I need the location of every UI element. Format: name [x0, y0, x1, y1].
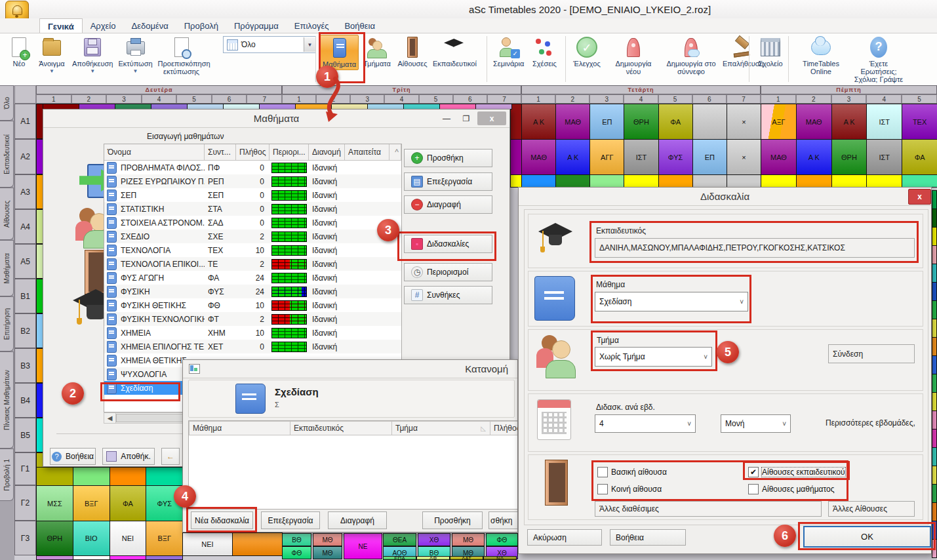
side-tab-επιτήρηση[interactable]: Επιτήρηση	[0, 296, 14, 351]
g3-cell-ΒΙΟ[interactable]: ΒΙΟ	[73, 521, 110, 556]
subjects-button-διδασκαλίες[interactable]: ▪Διδασκαλίες	[404, 235, 492, 253]
g3-cell-ΘΡΗ[interactable]: ΘΡΗ	[36, 521, 73, 556]
row-label-A1[interactable]: A1	[14, 104, 36, 139]
distribution-button-διαγραφή[interactable]: Διαγραφή	[328, 511, 387, 529]
teachings-column-2[interactable]: Εκπαιδευτικός	[290, 422, 392, 435]
row-label-B5[interactable]: B5	[14, 418, 36, 452]
a1-wed-cell-×[interactable]: ×	[727, 104, 761, 140]
a1-wed-cell-ΦΑ[interactable]: ΦΑ	[658, 104, 693, 140]
ribbon-button--λεγχος[interactable]: ✓Έλεγχος	[570, 35, 604, 69]
a1-wed-cell-ΕΠ[interactable]: ΕΠ	[589, 104, 624, 140]
subjects-bottom-button-Αποθήκ.[interactable]: Αποθήκ.	[102, 448, 155, 465]
checkbox-αίθουσες-μαθήματος[interactable]: Αίθουσες μαθήματος	[748, 483, 835, 495]
subjects-bottom-button-back[interactable]: ←	[161, 448, 180, 465]
subject-row[interactable]: ΦΥΣ ΑΓΩΓΗΦΑ24Ιδανική	[104, 271, 401, 285]
ribbon-button-εκπαιδευτικοί[interactable]: Εκπαιδευτικοί	[431, 35, 479, 69]
g2-cell-ΜΣΣ[interactable]: ΜΣΣ	[36, 485, 73, 521]
subjects-button-διαγραφή[interactable]: −Διαγραφή	[404, 195, 492, 214]
subject-row[interactable]: ΦΥΣΙΚΗ ΘΕΤΙΚΗΣΦΘ10Ιδανική	[104, 298, 401, 312]
ribbon-button--νοιγμα[interactable]: Άνοιγμα▼	[35, 35, 69, 75]
menu-tab-Βοήθεια[interactable]: Βοήθεια	[336, 18, 383, 33]
bottom-strip-cell-ΦΘ[interactable]: ΦΘ	[486, 533, 518, 546]
ok-button[interactable]: OK	[803, 526, 931, 548]
subjects-button-επεξεργασία[interactable]: ▤Επεξεργασία	[404, 172, 492, 191]
subject-row[interactable]: ΣΤΑΤΙΣΤΙΚΗΣΤΑ0Ιδανική	[104, 202, 401, 216]
column-header-1[interactable]: Όνομα	[104, 144, 205, 160]
scroll-up-icon[interactable]: ^	[389, 144, 401, 160]
ribbon-button-σεμιν-ρια[interactable]: Σεμινάρια	[491, 35, 526, 69]
side-tab-προβολή-1[interactable]: Προβολή 1	[0, 449, 14, 501]
scroll-left-icon[interactable]: ◀	[104, 413, 116, 423]
per-week-select[interactable]: 4˅	[595, 414, 696, 433]
a2-wed-cell-ΑΓΓ[interactable]: ΑΓΓ	[589, 139, 624, 175]
column-header-2[interactable]: Συντ...	[205, 144, 236, 160]
teacher-field[interactable]: ΔΑΝΙΗΛ,ΜΑΣΩΝΟΥ,ΜΠΑΛΑΦΙΔΗΣ,ΠΕΤΡΟΥ,ΓΚΟΓΚΟΣ…	[595, 238, 915, 258]
a1-wed-cell-ΘΡΗ[interactable]: ΘΡΗ	[624, 104, 658, 140]
ribbon-button-timetables-online[interactable]: TimeTables Online	[793, 35, 849, 77]
teachings-table-header[interactable]: ΜάθημαΕκπαιδευτικόςΤμήμα◺Πλήθος	[189, 421, 518, 435]
cancel-button[interactable]: Ακύρωση	[527, 529, 602, 546]
a1-thu-cell-ΙΣΤ[interactable]: ΙΣΤ	[866, 104, 902, 140]
a2-thu-cell-ΘΡΗ[interactable]: ΘΡΗ	[831, 139, 867, 175]
subjects-button-περιορισμοί[interactable]: ◷Περιορισμοί	[404, 263, 492, 281]
bottom-strip-cell-ΧΘ[interactable]: ΧΘ	[418, 533, 450, 546]
a1-thu-cell-ΑΞΓ[interactable]: ΑΞΓ	[761, 104, 797, 140]
subject-row[interactable]: ΧΗΜΕΙΑ ΕΠΙΛΟΓΗΣ ΤΕ...ΧΕΤ0Ιδανική	[104, 340, 401, 353]
a2-wed-cell-ΜΑΘ[interactable]: ΜΑΘ	[521, 139, 556, 175]
add-button-partial[interactable]: σθήκη	[488, 511, 518, 529]
ribbon-button-σχέσεις[interactable]: Σχέσεις	[527, 35, 561, 69]
subject-select[interactable]: Σχεδίαση˅	[595, 292, 748, 311]
checkbox-box-icon[interactable]	[597, 467, 608, 477]
week-type-select[interactable]: Μονή˅	[721, 414, 791, 433]
bottom-strip-cell-ΝΕ[interactable]: ΝΕ	[344, 533, 382, 559]
menu-tab-Προβολή[interactable]: Προβολή	[176, 18, 226, 33]
bottom-strip-cell-ΜΘ[interactable]: ΜΘ	[313, 546, 342, 559]
checkbox-box-icon[interactable]: ✔	[748, 467, 759, 477]
ribbon-button-τμήματα[interactable]: Τμήματα	[360, 35, 394, 69]
dropdown-arrow-icon[interactable]: ▼	[49, 68, 54, 74]
menu-tab-Πρόγραμμα[interactable]: Πρόγραμμα	[226, 18, 287, 33]
column-header-6[interactable]: Απαιτείτα	[345, 144, 389, 160]
ribbon-button-αίθουσες[interactable]: Αίθουσες	[395, 35, 429, 69]
a1-wed-cell[interactable]	[692, 104, 727, 140]
row-label-B4[interactable]: B4	[14, 383, 36, 418]
maximize-button[interactable]: ❐	[458, 111, 475, 125]
other-available-field[interactable]: Άλλες διαθέσιμες	[595, 501, 822, 517]
distribution-dialog-titlebar[interactable]: Κατανομή	[183, 360, 517, 378]
close-icon[interactable]: x	[908, 189, 931, 205]
subject-row[interactable]: ΤΕΧΝΟΛΟΓΙΑΤΕΧ10Ιδανική	[104, 243, 401, 257]
scrollbar-thumb[interactable]	[116, 414, 189, 422]
side-tab-μαθήματα[interactable]: Μαθήματα	[0, 240, 14, 296]
minimize-button[interactable]: —	[438, 111, 455, 125]
checkbox-κοινή-αίθουσα[interactable]: Κοινή αίθουσα	[597, 483, 662, 495]
distribution-button-επεξεργασία[interactable]: Επεξεργασία	[261, 511, 320, 529]
g3x-cell[interactable]	[232, 532, 283, 556]
bottom-strip-cell-ΜΘ[interactable]: ΜΘ	[452, 533, 485, 546]
menu-tab-Αρχείο[interactable]: Αρχείο	[83, 18, 124, 33]
column-header-5[interactable]: Διανομή	[309, 144, 345, 160]
a2-thu-cell-ΦΑ[interactable]: ΦΑ	[902, 139, 937, 175]
close-button[interactable]: x	[477, 111, 506, 125]
ribbon-button-σχολείο[interactable]: Σχολείο	[753, 35, 787, 69]
a2-wed-cell-ΙΣΤ[interactable]: ΙΣΤ	[624, 139, 658, 175]
subjects-table-header[interactable]: ΌνομαΣυντ...ΠλήθοςΠεριορι...ΔιανομήΑπαιτ…	[104, 144, 401, 161]
more-weeks-label[interactable]: Περισσότερες εβδομάδες,	[826, 418, 915, 428]
other-rooms-button[interactable]: Άλλες Αίθουσες	[828, 501, 915, 517]
a2-wed-cell-Α Κ[interactable]: Α Κ	[555, 139, 590, 175]
row-label-Γ2[interactable]: Γ2	[14, 485, 36, 521]
teachings-column-1[interactable]: Μάθημα	[189, 422, 290, 435]
a2-wed-cell-ΕΠ[interactable]: ΕΠ	[692, 139, 727, 175]
column-header-4[interactable]: Περιορι...	[269, 144, 309, 160]
dropdown-arrow-icon[interactable]: ▼	[90, 68, 95, 74]
ribbon-button-μαθήματα[interactable]: Μαθήματα	[320, 35, 359, 70]
ribbon-button-αποθήκευση[interactable]: Αποθήκευση▼	[70, 35, 115, 75]
row-label-A3[interactable]: A3	[14, 174, 36, 209]
row-label-B2[interactable]: B2	[14, 313, 36, 348]
subjects-button-προσθήκη[interactable]: +Προσθήκη	[404, 149, 492, 167]
link-button[interactable]: Σύνδεση	[828, 344, 915, 363]
subject-row[interactable]: ΣΕΠΣΕΠ0Ιδανική	[104, 188, 401, 202]
checkbox-βασική-αίθουσα[interactable]: Βασική αίθουσα	[597, 466, 667, 478]
subject-row[interactable]: ΠΡΟΒΛΗΜΑΤΑ ΦΙΛΟΣ...ΠΦ0Ιδανική	[104, 161, 401, 174]
side-tab-εκπαιδευτικοί[interactable]: Εκπαιδευτικοί	[0, 121, 14, 188]
distribution-button-νέα-διδασκαλία[interactable]: Νέα διδασκαλία	[191, 511, 253, 529]
